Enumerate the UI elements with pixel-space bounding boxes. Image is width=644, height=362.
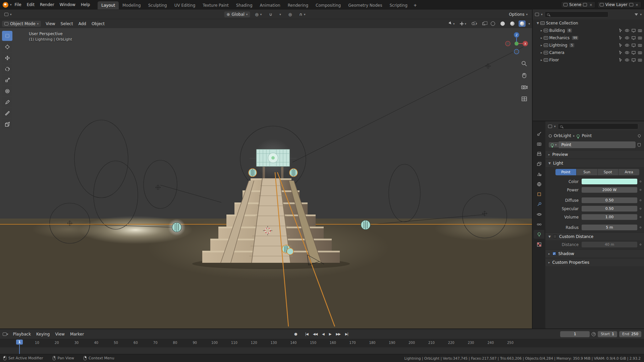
zoom-icon[interactable]	[521, 60, 528, 67]
options-dropdown[interactable]: Options ▾	[506, 11, 530, 17]
panel-light[interactable]: ▼ Light	[545, 159, 644, 167]
pan-hand-icon[interactable]	[521, 72, 528, 79]
hide-eye-icon[interactable]	[625, 29, 629, 32]
select-box-tool[interactable]	[2, 31, 12, 41]
tab-modifiers[interactable]	[534, 200, 544, 208]
viewport-menu-item[interactable]: Select	[58, 20, 76, 27]
caret-down-icon[interactable]: ▾	[541, 13, 543, 16]
fake-user-icon[interactable]	[638, 143, 641, 147]
animate-dot-icon[interactable]	[640, 216, 641, 218]
proportional-editing-toggle[interactable]: ◎	[286, 11, 294, 17]
outliner-search-input[interactable]	[545, 11, 608, 17]
workspace-tab[interactable]: Scripting	[386, 1, 411, 9]
frame-start-field[interactable]: Start1	[598, 331, 617, 337]
outliner-collection-row[interactable]: ▸ Building 6	[533, 27, 644, 34]
use-preview-range-icon[interactable]	[592, 332, 596, 336]
breadcrumb-object[interactable]: OrbLight	[554, 133, 571, 138]
navigation-gizmo[interactable]: Z X	[504, 31, 529, 57]
timeline-menu-item[interactable]: View	[52, 331, 67, 338]
snap-settings-dropdown[interactable]: ▾	[277, 12, 283, 17]
viewport-disable-icon[interactable]	[632, 29, 636, 33]
measure-tool[interactable]	[2, 108, 12, 118]
disclosure-collapsed-icon[interactable]: ▸	[541, 51, 542, 54]
play-reverse-button[interactable]: ◀	[320, 331, 326, 337]
transform-tool[interactable]	[2, 86, 12, 96]
selectable-icon[interactable]	[619, 51, 623, 55]
selectable-icon[interactable]	[619, 43, 623, 47]
scale-tool[interactable]	[2, 75, 12, 85]
disclosure-collapsed-icon[interactable]: ▸	[541, 58, 542, 62]
scene-selector[interactable]: Scene ×	[561, 1, 595, 8]
animate-dot-icon[interactable]	[640, 244, 641, 245]
overlays-dropdown[interactable]: ▾	[470, 21, 479, 26]
add-cube-tool[interactable]	[2, 119, 12, 129]
tab-view-layer[interactable]	[534, 160, 544, 168]
filter-icon[interactable]	[635, 13, 638, 16]
viewport-disable-icon[interactable]	[632, 36, 636, 40]
selectable-icon[interactable]	[619, 28, 623, 33]
render-disable-icon[interactable]	[638, 51, 642, 54]
tab-constraints[interactable]	[534, 220, 544, 229]
orthographic-toggle-icon[interactable]	[521, 96, 528, 102]
workspace-tab[interactable]: Compositing	[312, 1, 344, 9]
auto-keying-button[interactable]: ●	[294, 332, 298, 336]
tab-world[interactable]	[534, 180, 544, 188]
render-disable-icon[interactable]	[638, 58, 642, 62]
blender-menu-caret-icon[interactable]: ▾	[10, 3, 12, 6]
new-scene-icon[interactable]	[583, 3, 587, 6]
outliner-editor-type-icon[interactable]	[535, 13, 539, 16]
hide-eye-icon[interactable]	[625, 36, 629, 40]
timeline-ruler[interactable]: 1020304050607080901001101201301401501601…	[0, 339, 644, 347]
select-visibility-dropdown[interactable]: ▾	[448, 21, 456, 27]
diffuse-field[interactable]: 0.50	[582, 197, 637, 203]
tab-physics[interactable]	[534, 210, 544, 219]
outliner-collection-row[interactable]: ▸ Camera	[533, 49, 644, 56]
workspace-tab[interactable]: UV Editing	[171, 1, 199, 9]
caret-down-icon[interactable]: ▾	[554, 125, 556, 128]
render-disable-icon[interactable]	[638, 29, 642, 32]
gizmos-dropdown[interactable]: ▾	[459, 21, 468, 26]
outliner-root-row[interactable]: ▼ Scene Collection	[533, 19, 644, 27]
workspace-tab[interactable]: Rendering	[284, 1, 312, 9]
unlink-scene-icon[interactable]: ×	[589, 3, 593, 7]
animate-dot-icon[interactable]	[640, 208, 641, 209]
animate-dot-icon[interactable]	[640, 189, 641, 191]
caret-down-icon[interactable]: ▾	[640, 13, 642, 16]
disclosure-collapsed-icon[interactable]: ▸	[541, 44, 542, 47]
timeline-body[interactable]: 1020304050607080901001101201301401501601…	[0, 339, 644, 354]
light-type-area[interactable]: Area	[619, 169, 639, 175]
current-frame-field[interactable]: 1	[560, 331, 590, 337]
current-frame-badge[interactable]: 1	[16, 340, 23, 345]
shading-rendered-button[interactable]	[519, 20, 526, 27]
shadow-checkbox[interactable]: ✓	[552, 252, 556, 255]
color-swatch[interactable]	[582, 179, 637, 184]
new-view-layer-icon[interactable]	[629, 3, 633, 6]
topbar-menu-item[interactable]: File	[12, 1, 24, 8]
topbar-menu-item[interactable]: Edit	[24, 1, 37, 8]
shading-solid-button[interactable]	[499, 20, 506, 27]
light-type-sun[interactable]: Sun	[577, 169, 597, 175]
outliner-collection-row[interactable]: ▸ Lightning 5	[533, 42, 644, 49]
properties-search-input[interactable]	[558, 123, 638, 129]
light-type-point[interactable]: Point	[555, 169, 576, 175]
viewport-menu-item[interactable]: View	[43, 20, 58, 27]
viewport-disable-icon[interactable]	[632, 58, 636, 62]
shading-material-button[interactable]	[509, 20, 516, 27]
volume-field[interactable]: 1.00	[582, 214, 637, 220]
animate-dot-icon[interactable]	[640, 199, 641, 201]
viewport-menu-item[interactable]: Object	[89, 20, 107, 27]
timeline-menu-item[interactable]: Keying	[34, 331, 52, 338]
panel-preview[interactable]: ▸ Preview	[545, 150, 644, 158]
render-disable-icon[interactable]	[638, 44, 642, 47]
cursor-tool[interactable]	[2, 42, 12, 52]
rotate-tool[interactable]	[2, 64, 12, 74]
topbar-menu-item[interactable]: Window	[57, 1, 78, 8]
tab-render[interactable]	[534, 139, 544, 148]
distance-field[interactable]: 40 m	[582, 242, 637, 247]
custom-distance-checkbox[interactable]	[553, 235, 557, 238]
light-type-spot[interactable]: Spot	[598, 169, 619, 175]
annotate-tool[interactable]	[2, 97, 12, 107]
viewport-menu-item[interactable]: Add	[76, 20, 89, 27]
view-layer-selector[interactable]: View Layer ×	[597, 1, 641, 8]
caret-down-icon[interactable]: ▾	[7, 333, 8, 336]
